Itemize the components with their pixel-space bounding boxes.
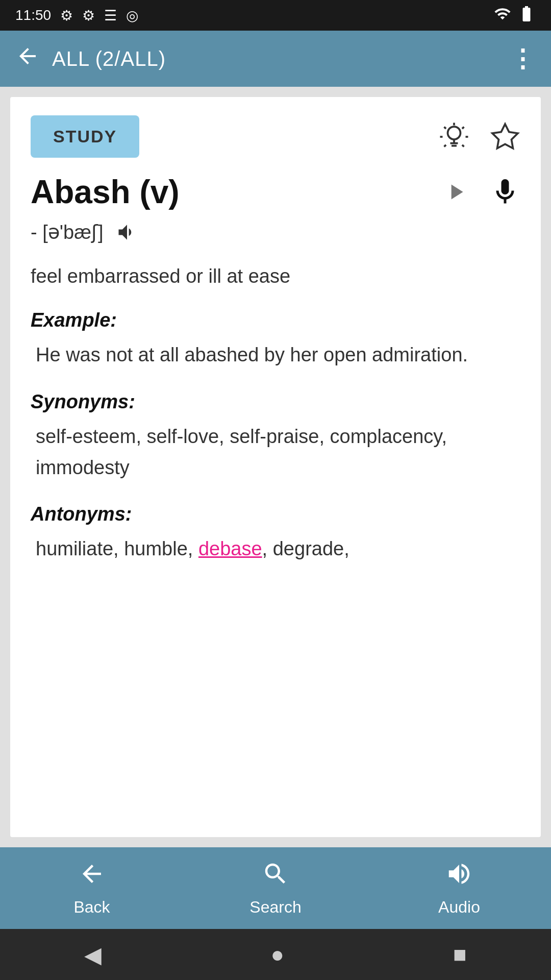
antonyms-text-before: humiliate, humble,: [36, 538, 198, 559]
status-time: 11:50: [15, 7, 51, 23]
definition-text: feel embarrassed or ill at ease: [31, 262, 520, 291]
search-nav-label: Search: [249, 898, 301, 917]
example-label: Example:: [31, 309, 520, 331]
signal-icon: [494, 5, 511, 26]
study-button[interactable]: STUDY: [31, 115, 139, 158]
status-right: [494, 5, 536, 27]
top-bar-left: ALL (2/ALL): [15, 44, 166, 74]
main-content: STUDY: [10, 97, 541, 837]
copyright-icon: ◎: [126, 7, 138, 24]
back-nav-label: Back: [73, 898, 110, 917]
svg-marker-8: [492, 124, 518, 149]
pronunciation-text: - [ə'bæʃ]: [31, 221, 104, 243]
battery-icon: [517, 5, 536, 27]
sound-button[interactable]: [116, 221, 138, 243]
svg-line-7: [462, 127, 464, 129]
antonyms-label: Antonyms:: [31, 503, 520, 525]
antonyms-content: humiliate, humble, debase, degrade,: [31, 533, 520, 565]
back-nav-icon: [78, 860, 106, 894]
microphone-button[interactable]: [490, 177, 520, 207]
settings2-icon: ⚙: [82, 7, 95, 24]
sys-back-button[interactable]: ◀: [84, 942, 102, 968]
example-content: He was not at all abashed by her open ad…: [31, 339, 520, 371]
status-bar: 11:50 ⚙ ⚙ ☰ ◎: [0, 0, 551, 31]
synonyms-label: Synonyms:: [31, 391, 520, 413]
audio-nav-icon: [445, 860, 473, 894]
antonyms-text-after: , degrade,: [262, 538, 349, 559]
nav-audio[interactable]: Audio: [403, 860, 515, 917]
document-icon: ☰: [104, 7, 117, 24]
svg-line-4: [444, 144, 446, 146]
nav-back[interactable]: Back: [36, 860, 148, 917]
system-nav-bar: ◀ ● ■: [0, 929, 551, 980]
lightbulb-button[interactable]: [439, 121, 469, 152]
pronunciation-row: - [ə'bæʃ]: [31, 221, 520, 243]
action-icons: [439, 121, 520, 152]
settings-icon: ⚙: [60, 7, 73, 24]
star-button[interactable]: [490, 121, 520, 152]
top-bar: ALL (2/ALL) ⋮: [0, 31, 551, 87]
svg-line-2: [444, 127, 446, 129]
audio-nav-label: Audio: [438, 898, 480, 917]
top-bar-title: ALL (2/ALL): [52, 47, 166, 70]
status-left: 11:50 ⚙ ⚙ ☰ ◎: [15, 7, 138, 24]
bottom-nav: Back Search Audio: [0, 847, 551, 929]
svg-line-5: [462, 144, 464, 146]
sys-recents-button[interactable]: ■: [453, 942, 467, 967]
antonyms-link-word[interactable]: debase: [198, 538, 262, 559]
nav-search[interactable]: Search: [219, 860, 332, 917]
back-button[interactable]: [15, 44, 40, 74]
word-controls: [442, 177, 520, 207]
search-nav-icon: [262, 860, 289, 894]
more-options-icon[interactable]: ⋮: [510, 44, 536, 73]
word-title: Abash (v): [31, 173, 180, 211]
word-row: Abash (v): [31, 173, 520, 211]
svg-point-0: [448, 127, 461, 139]
sys-home-button[interactable]: ●: [270, 942, 284, 967]
play-button[interactable]: [442, 178, 469, 206]
synonyms-content: self-esteem, self-love, self-praise, com…: [31, 421, 520, 483]
action-row: STUDY: [31, 115, 520, 158]
